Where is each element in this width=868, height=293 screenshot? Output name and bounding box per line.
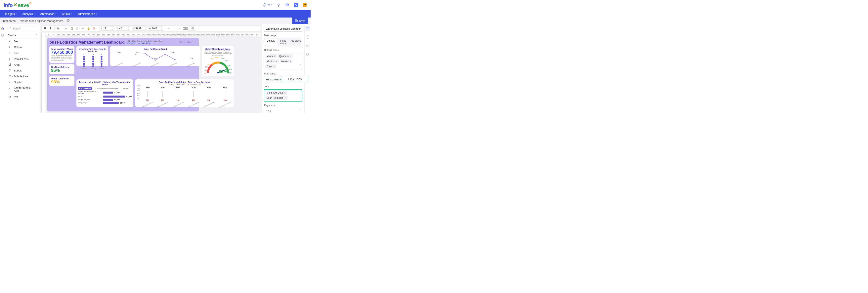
combo-column: 97%2%TrendFusion Apparel xyxy=(156,87,168,105)
nav-studio[interactable]: Studio▾ xyxy=(59,10,75,18)
library-button[interactable] xyxy=(285,3,289,7)
date-tag-months[interactable]: Months✕ xyxy=(266,59,279,63)
coord-h-input[interactable] xyxy=(152,27,160,30)
expand-button[interactable]: ⤢ xyxy=(178,26,182,31)
coord-w[interactable]: W▲▼ xyxy=(132,26,147,31)
fit-width-button[interactable]: ↔ xyxy=(166,26,171,31)
jobs-tagbox[interactable]: Clear IOT Data✕Loan Prediction✕ ˄˅ xyxy=(264,89,302,101)
date-tag-years[interactable]: Years✕ xyxy=(266,54,277,58)
rail-ruler-button[interactable] xyxy=(305,43,310,48)
scatter-icon: ⠇ xyxy=(9,81,12,84)
close-icon[interactable]: ✕ xyxy=(274,55,276,58)
dashboard-canvas[interactable]: ouse Logistics Management Dashboard • Th… xyxy=(48,38,199,111)
search-icon xyxy=(8,27,11,30)
chart-type-pie[interactable]: ◔Pie xyxy=(5,94,40,100)
stepper-icon[interactable]: ˄˅ xyxy=(300,64,301,68)
chart-type-list: ≡Bar⫿Column〜Line‖Parallel Axis▟Area⦿Bubb… xyxy=(5,38,40,100)
desktop-preview-button[interactable] xyxy=(43,26,47,31)
chart-type-column[interactable]: ⫿Column xyxy=(5,44,40,50)
lock-button[interactable]: 🔒 xyxy=(86,26,91,31)
stepper-icon[interactable]: ▲▼ xyxy=(128,27,129,30)
chart-type-bubble-line[interactable]: ⦿〜Bubble Line xyxy=(5,73,40,79)
paste-icon: 📋 xyxy=(70,27,73,30)
close-icon[interactable]: ✕ xyxy=(284,91,286,94)
duplicate-button[interactable]: ⿻ xyxy=(75,26,80,31)
help-button[interactable]: ? xyxy=(276,3,281,7)
label-date-range-2: Date range xyxy=(264,72,302,75)
chart-type-parallel-axis[interactable]: ‖Parallel Axis xyxy=(5,56,40,62)
delete-button[interactable] xyxy=(92,26,96,31)
mobile-preview-button[interactable] xyxy=(49,26,53,31)
svg-rect-13 xyxy=(44,27,46,29)
coord-x[interactable]: X▲▼ xyxy=(99,26,114,31)
nav-insights[interactable]: Insights▾ xyxy=(2,10,20,18)
job-tag-loan-prediction[interactable]: Loan Prediction✕ xyxy=(266,96,287,100)
aspect-button[interactable]: 10:1 xyxy=(183,26,188,31)
transport-bar-row[interactable]: Electric and Autonomous Vehicles$1,190 xyxy=(78,91,132,94)
search-box[interactable] xyxy=(7,26,38,31)
stepper-icon[interactable]: ▲▼ xyxy=(112,27,114,30)
canvas-viewport[interactable]: ouse Logistics Management Dashboard • Th… xyxy=(46,36,260,113)
date-tag-days[interactable]: Days✕ xyxy=(266,64,276,68)
nav-automation[interactable]: Automation▾ xyxy=(37,10,59,18)
shapes-palette-button[interactable] xyxy=(0,26,4,30)
close-icon[interactable]: ✕ xyxy=(289,60,291,63)
copy-button[interactable]: ⧉ xyxy=(64,26,68,31)
date-range-picker[interactable]: 01-11-2023 to 31-12-2023 xyxy=(264,76,302,83)
preview-button[interactable] xyxy=(66,19,69,23)
tab-fixed-dates[interactable]: Fixed dates xyxy=(277,38,290,46)
zoom-display[interactable]: 45 xyxy=(189,26,196,31)
stepper-icon[interactable]: ▲▼ xyxy=(161,27,162,30)
close-icon[interactable]: ✕ xyxy=(276,60,278,63)
rail-settings-button[interactable] xyxy=(305,26,310,31)
label-jobs: Jobs xyxy=(264,85,302,88)
page-size-select[interactable]: 16:9 ˄˅ xyxy=(264,108,302,113)
close-icon[interactable]: ✕ xyxy=(284,97,286,99)
transport-bar-row[interactable]: Vans$2,680 xyxy=(78,96,132,98)
charts-section-header[interactable]: Charts ˄ xyxy=(5,32,40,38)
close-icon[interactable]: ✕ xyxy=(273,65,275,68)
stepper-icon[interactable]: ˄˅ xyxy=(300,96,301,100)
coord-y[interactable]: Y▲▼ xyxy=(116,26,130,31)
coord-h[interactable]: H▲▼ xyxy=(148,26,163,31)
label-date-range: Date range xyxy=(264,34,302,37)
transport-bar-row[interactable]: Freight Tricycles$1,180 xyxy=(78,99,132,101)
board-title-input[interactable] xyxy=(264,26,302,32)
chart-type-scatter[interactable]: ⠇Scatter xyxy=(5,79,40,85)
avatar[interactable] xyxy=(303,3,307,7)
layers-button[interactable] xyxy=(0,33,4,37)
tab-no-dates[interactable]: No dates xyxy=(290,38,302,46)
nav-analysis[interactable]: Analysis▾ xyxy=(20,10,37,18)
chart-type-line[interactable]: 〜Line xyxy=(5,50,40,56)
breadcrumb-root[interactable]: Infoboards xyxy=(2,19,16,23)
transport-bar-row[interactable]: Cargo Ships$1,845 xyxy=(78,102,132,104)
supplier-filter-chip[interactable]: Supplier Name xyxy=(175,41,197,44)
rail-gauge-button[interactable] xyxy=(305,35,310,40)
chart-type-bar[interactable]: ≡Bar xyxy=(5,38,40,44)
print-button[interactable] xyxy=(56,26,61,31)
stepper-icon[interactable]: ▲▼ xyxy=(145,27,146,30)
date-range-tabs: Default Fixed dates No dates xyxy=(264,38,302,46)
coord-w-input[interactable] xyxy=(136,27,144,30)
job-tag-clear-iot-data[interactable]: Clear IOT Data✕ xyxy=(266,91,287,95)
chart-type-area[interactable]: ▟Area xyxy=(5,62,40,68)
date-tag-weeks[interactable]: Weeks✕ xyxy=(280,59,292,63)
save-button[interactable]: Save xyxy=(292,18,308,24)
monitor-button[interactable] xyxy=(294,3,298,7)
search-input[interactable] xyxy=(13,27,36,30)
coord-y-input[interactable] xyxy=(119,27,127,30)
paste-button[interactable]: 📋 xyxy=(69,26,74,31)
close-icon[interactable]: ✕ xyxy=(289,55,291,58)
notifications-button[interactable]: 217 xyxy=(263,3,272,7)
chart-type-bubble[interactable]: ⦿Bubble xyxy=(5,68,40,73)
rail-idea-button[interactable] xyxy=(305,52,310,57)
nav-administration[interactable]: Administration▾ xyxy=(75,10,100,18)
default-dates-tagbox[interactable]: Years✕Quarters✕Months✕Weeks✕Days✕ ˄˅ xyxy=(264,53,302,70)
question-icon: ? xyxy=(277,3,280,8)
tab-default[interactable]: Default xyxy=(264,38,277,46)
cut-button[interactable]: ✂ xyxy=(81,26,85,31)
chart-type-scatter-single-axis[interactable]: ⠃Scatter Single Axis xyxy=(5,85,40,94)
date-tag-quarters[interactable]: Quarters✕ xyxy=(278,54,293,58)
coord-x-input[interactable] xyxy=(103,27,111,30)
fit-height-button[interactable]: ↕ xyxy=(172,26,176,31)
